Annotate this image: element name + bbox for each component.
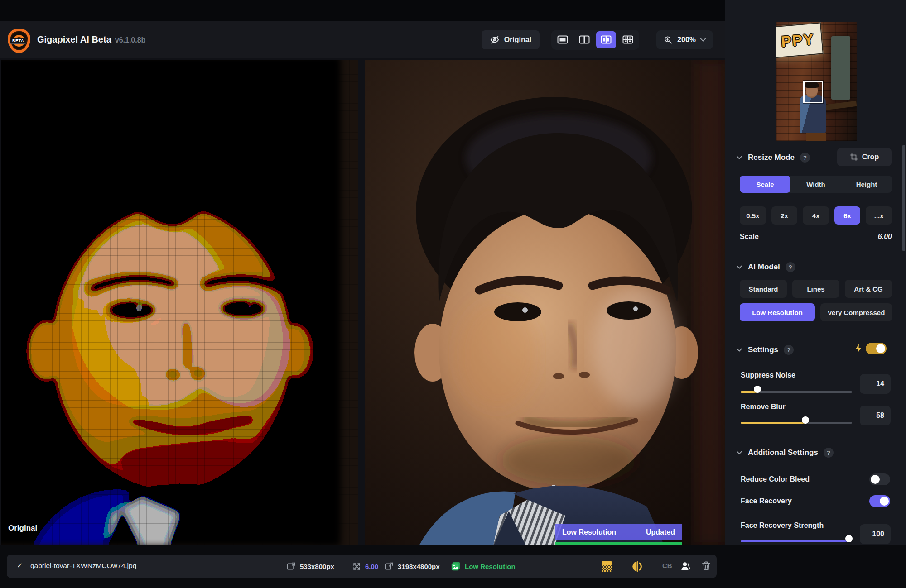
remove-blur-value[interactable]: 58 xyxy=(860,406,891,425)
suppress-noise-value[interactable]: 14 xyxy=(860,374,891,394)
gigapixel-logo: BETA xyxy=(6,28,30,52)
app-header: BETA Gigapixel AI Betav6.1.0.8b Original xyxy=(0,21,725,58)
noise-indicator-icon[interactable] xyxy=(602,561,612,572)
model-art-cg-button[interactable]: Art & CG xyxy=(845,280,892,298)
file-row[interactable]: ✓ gabriel-tovar-TXWNzMCOw74.jpg 533x800p… xyxy=(7,555,717,578)
chevron-down-icon xyxy=(700,38,706,42)
settings-title: Settings xyxy=(748,345,778,354)
cb-label: CB xyxy=(662,562,672,569)
split-view-button[interactable] xyxy=(574,31,594,48)
lightning-icon xyxy=(855,344,862,354)
additional-settings-title: Additional Settings xyxy=(748,448,818,457)
sidebar-scrollbar[interactable] xyxy=(902,145,905,251)
zoom-in-icon xyxy=(664,35,673,44)
input-size: 533x800px xyxy=(300,563,334,570)
original-pane-label: Original xyxy=(8,524,37,533)
tab-width[interactable]: Width xyxy=(790,176,841,193)
tab-height[interactable]: Height xyxy=(841,176,892,193)
face-recovery-strength-slider[interactable] xyxy=(741,538,852,545)
chevron-down-icon xyxy=(736,449,742,456)
filename: gabriel-tovar-TXWNzMCOw74.jpg xyxy=(30,562,136,570)
crop-button-label: Crop xyxy=(862,153,879,161)
scale-4x-button[interactable]: 4x xyxy=(803,206,829,225)
settings-header[interactable]: Settings ? xyxy=(736,342,794,358)
face-recovery-strength-label: Face Recovery Strength xyxy=(741,521,824,530)
model-image-icon xyxy=(451,561,461,571)
scale-2x-button[interactable]: 2x xyxy=(771,206,798,225)
app-title: Gigapixel AI Beta xyxy=(37,34,111,44)
badge-model-label: Low Resolution xyxy=(562,528,616,536)
badge-progress-bar xyxy=(555,542,682,545)
gigapixel-app-window: BETA Gigapixel AI Betav6.1.0.8b Original xyxy=(0,0,906,588)
badge-status-label: Updated xyxy=(646,528,675,536)
auto-settings-toggle[interactable] xyxy=(866,343,887,354)
thumbnail-sign: PPY xyxy=(776,22,824,58)
export-size-icon xyxy=(384,562,394,571)
face-recovery-indicator-icon[interactable] xyxy=(680,560,691,572)
remove-blur-slider[interactable] xyxy=(741,419,852,426)
scale-factor: 6.00 xyxy=(365,563,378,570)
scale-factor-icon xyxy=(352,562,361,571)
scale-0-5x-button[interactable]: 0.5x xyxy=(740,206,766,225)
additional-settings-header[interactable]: Additional Settings ? xyxy=(736,445,834,461)
viewport-rectangle[interactable] xyxy=(803,81,823,103)
resize-mode-tabs: Scale Width Height xyxy=(740,176,892,193)
view-mode-group xyxy=(551,30,639,50)
show-original-label: Original xyxy=(504,36,531,44)
grid-view-button[interactable] xyxy=(618,31,638,48)
resize-mode-header[interactable]: Resize Mode ? xyxy=(736,149,810,166)
model-very-compressed-button[interactable]: Very Compressed xyxy=(820,303,892,321)
model-low-resolution-button[interactable]: Low Resolution xyxy=(740,303,815,321)
face-recovery-label: Face Recovery xyxy=(741,497,792,505)
comparison-viewer: Original Low Resolution Updated xyxy=(0,58,725,545)
help-icon[interactable]: ? xyxy=(786,262,795,272)
output-size: 3198x4800px xyxy=(398,563,440,570)
suppress-noise-slider[interactable] xyxy=(741,388,852,396)
scale-value: 6.00 xyxy=(878,233,892,241)
chevron-down-icon xyxy=(736,154,742,161)
model-lines-button[interactable]: Lines xyxy=(792,280,839,298)
zoom-control[interactable]: 200% xyxy=(656,30,713,49)
reduce-color-bleed-toggle[interactable] xyxy=(869,473,890,485)
eye-off-icon xyxy=(490,35,500,45)
crop-icon xyxy=(850,153,858,161)
delete-icon[interactable] xyxy=(701,560,712,571)
scale-options: 0.5x 2x 4x 6x ...x xyxy=(740,206,892,225)
original-image-pane[interactable]: Original xyxy=(1,60,358,545)
face-recovery-toggle[interactable] xyxy=(869,495,890,507)
app-version: v6.1.0.8b xyxy=(115,36,146,44)
zoom-level: 200% xyxy=(677,36,696,44)
settings-sidebar: PPY Resize Mode ? Crop Scale Width Heigh… xyxy=(725,0,906,545)
model-status-badge: Low Resolution Updated xyxy=(555,524,682,540)
tab-scale[interactable]: Scale xyxy=(740,176,790,193)
crop-button[interactable]: Crop xyxy=(837,148,892,166)
show-original-button[interactable]: Original xyxy=(482,30,540,49)
model-standard-button[interactable]: Standard xyxy=(740,280,787,298)
ai-model-header[interactable]: AI Model ? xyxy=(736,259,795,275)
ai-model-title: AI Model xyxy=(748,263,780,272)
updated-image-pane[interactable]: Low Resolution Updated xyxy=(365,60,725,545)
scale-row-label: Scale xyxy=(740,233,759,241)
face-recovery-strength-value[interactable]: 100 xyxy=(860,524,891,544)
import-size-icon xyxy=(286,562,296,571)
help-icon[interactable]: ? xyxy=(784,345,794,355)
beta-badge: BETA xyxy=(10,38,26,44)
suppress-noise-label: Suppress Noise xyxy=(741,371,795,379)
chevron-down-icon xyxy=(736,264,742,270)
check-icon: ✓ xyxy=(17,561,23,570)
navigation-thumbnail[interactable]: PPY xyxy=(776,22,857,141)
resize-mode-title: Resize Mode xyxy=(748,153,795,162)
reduce-color-bleed-label: Reduce Color Bleed xyxy=(741,475,810,483)
scale-6x-button[interactable]: 6x xyxy=(834,206,861,225)
single-view-button[interactable] xyxy=(553,31,573,48)
blur-indicator-icon[interactable] xyxy=(631,560,643,573)
remove-blur-label: Remove Blur xyxy=(741,403,786,411)
footer-model-badge: Low Resolution xyxy=(465,563,516,570)
chevron-down-icon xyxy=(736,347,742,353)
scale-custom-button[interactable]: ...x xyxy=(866,206,892,225)
side-by-side-view-button[interactable] xyxy=(596,31,616,48)
help-icon[interactable]: ? xyxy=(824,448,834,458)
footer-bar: ✓ gabriel-tovar-TXWNzMCOw74.jpg 533x800p… xyxy=(0,545,906,588)
help-icon[interactable]: ? xyxy=(800,153,810,163)
